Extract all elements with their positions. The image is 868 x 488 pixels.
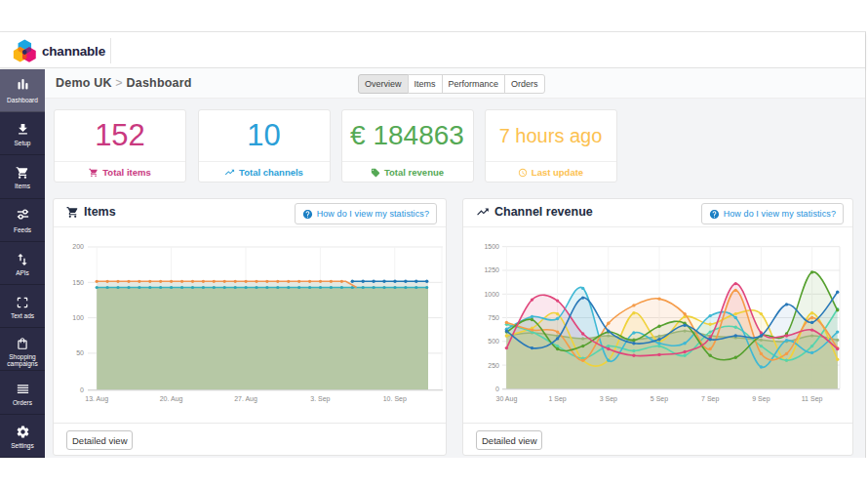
svg-text:0: 0 <box>80 386 84 393</box>
svg-text:1000: 1000 <box>484 291 499 298</box>
svg-text:11 Sep: 11 Sep <box>802 395 823 403</box>
svg-text:20. Aug: 20. Aug <box>160 395 183 403</box>
svg-text:500: 500 <box>488 338 499 345</box>
svg-text:250: 250 <box>488 362 499 369</box>
svg-text:1 Sep: 1 Sep <box>548 395 566 403</box>
svg-text:10. Sep: 10. Sep <box>383 395 407 403</box>
svg-text:100: 100 <box>72 314 84 321</box>
svg-text:9 Sep: 9 Sep <box>752 395 769 403</box>
svg-text:30 Aug: 30 Aug <box>495 395 517 403</box>
svg-text:3. Sep: 3. Sep <box>310 395 330 403</box>
svg-text:50: 50 <box>76 349 84 356</box>
svg-text:0: 0 <box>495 386 499 392</box>
svg-text:1250: 1250 <box>484 266 499 273</box>
svg-text:1500: 1500 <box>484 243 499 250</box>
svg-text:200: 200 <box>72 243 84 250</box>
svg-text:150: 150 <box>72 279 84 286</box>
svg-text:3 Sep: 3 Sep <box>600 395 617 403</box>
svg-text:750: 750 <box>488 314 499 321</box>
svg-text:5 Sep: 5 Sep <box>651 395 668 403</box>
svg-text:13. Aug: 13. Aug <box>85 395 108 403</box>
svg-text:27. Aug: 27. Aug <box>234 395 257 403</box>
svg-text:7 Sep: 7 Sep <box>701 395 719 403</box>
